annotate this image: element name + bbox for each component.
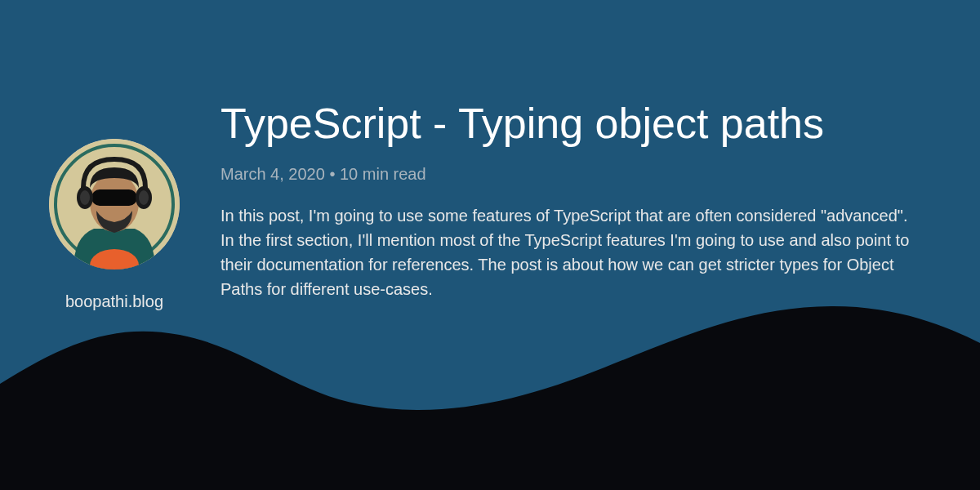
post-title: TypeScript - Typing object paths	[220, 98, 931, 149]
meta-separator: •	[325, 165, 340, 183]
post-read-time: 10 min read	[340, 165, 426, 183]
site-name: boopathi.blog	[65, 292, 163, 311]
post-date: March 4, 2020	[220, 165, 325, 183]
svg-point-7	[80, 190, 90, 205]
author-column: boopathi.blog	[49, 98, 180, 311]
post-column: TypeScript - Typing object paths March 4…	[220, 98, 931, 311]
author-avatar	[49, 139, 180, 270]
card-content: boopathi.blog TypeScript - Typing object…	[0, 0, 980, 311]
svg-rect-4	[91, 189, 137, 206]
post-excerpt: In this post, I'm going to use some feat…	[220, 203, 923, 301]
post-meta: March 4, 2020 • 10 min read	[220, 165, 931, 184]
svg-point-8	[139, 190, 149, 205]
